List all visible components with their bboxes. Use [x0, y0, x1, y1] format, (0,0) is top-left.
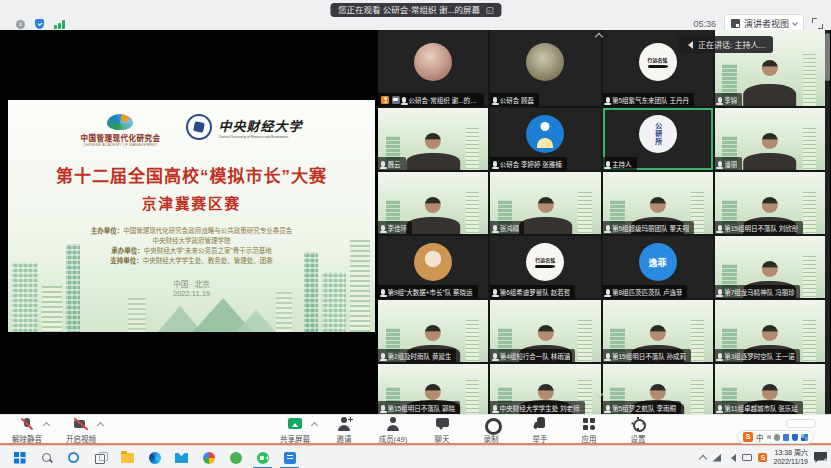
ime-punct-icon[interactable] — [767, 435, 771, 439]
banner-close-icon[interactable]: × — [486, 7, 493, 14]
avatar: 公研所 — [639, 115, 677, 153]
participant-tile[interactable]: 公研所 主持人 — [603, 108, 713, 170]
scroll-down-icon[interactable] — [594, 392, 606, 400]
toolbar-left-group: 解除静音 开启视频 — [10, 417, 98, 444]
toolbar-invite-button[interactable]: 邀请 — [327, 417, 361, 444]
meeting-app-icon[interactable] — [249, 446, 276, 468]
participant-name: 第3组逐梦时空队 王一诺 — [724, 351, 794, 361]
participant-tile[interactable]: 潘丽 — [715, 108, 825, 170]
participant-tile[interactable]: 第15组明日不落队 孙成莉 — [603, 300, 713, 362]
ime-toolbox-icon[interactable] — [801, 434, 808, 441]
participant-tile[interactable]: 公研会·常组织 谢...的屏幕 — [378, 30, 488, 106]
ime-shield-icon[interactable] — [792, 434, 798, 441]
grid-scrollbar[interactable] — [825, 30, 830, 414]
toolbar-share-button[interactable]: 共享屏幕 — [278, 417, 312, 444]
tray-expand-icon[interactable] — [699, 454, 707, 462]
mic-icon — [606, 405, 610, 411]
caret-up-icon[interactable] — [312, 421, 318, 427]
participant-tile[interactable]: 行远名铭 第6组希迪罗曼队 赵若哲 — [490, 236, 600, 298]
participant-tile[interactable]: 公研会 顾磊 — [490, 30, 600, 106]
grid-scrollbar-thumb[interactable] — [825, 33, 830, 81]
docs-app-icon[interactable] — [276, 446, 303, 468]
participant-tile[interactable]: 魏云 — [378, 108, 488, 170]
participant-tile[interactable]: 第3组逐梦时空队 王一诺 — [715, 300, 825, 362]
security-shield-icon[interactable] — [35, 19, 44, 29]
ime-keyboard-icon[interactable] — [783, 434, 789, 441]
participant-tile[interactable]: 第9组“大数据+市长”队 蔡晓运 — [378, 236, 488, 298]
taskbar-clock[interactable]: 13:38 周六 2022/11/19 — [773, 449, 808, 466]
network-icon[interactable] — [712, 454, 721, 462]
participant-tile[interactable]: 李佳环 — [378, 172, 488, 234]
caret-up-icon[interactable] — [98, 421, 104, 427]
mic-icon — [606, 353, 610, 359]
file-explorer-icon[interactable] — [114, 446, 141, 468]
notification-center-icon[interactable]: 1 — [814, 452, 827, 463]
participant-name-label: 第6组希迪罗曼队 赵若哲 — [490, 285, 575, 298]
caret-up-icon[interactable] — [44, 421, 50, 427]
participant-tile[interactable]: 第5组梦之航队 李雨桐 — [603, 364, 713, 414]
task-view-icon[interactable] — [87, 446, 114, 468]
participant-name-label: 李锦 — [715, 93, 743, 106]
mic-icon — [718, 289, 722, 295]
edge-browser-icon[interactable] — [141, 446, 168, 468]
cortana-icon[interactable] — [60, 446, 87, 468]
toolbar-video-button[interactable]: 开启视频 — [64, 417, 98, 444]
presentation-slide: 中国管理现代化研究会 CHINESE ACADEMY OF MANAGEMENT… — [8, 100, 375, 332]
participant-tile[interactable]: 第2组及时雨队 黄延生 — [378, 300, 488, 362]
mic-icon — [493, 225, 497, 231]
windows-start-icon[interactable] — [6, 446, 33, 468]
participant-name: 第8组匹茨匹茨队 卢逸菲 — [612, 287, 682, 297]
avatar — [526, 115, 564, 153]
sogou-logo-icon[interactable]: S — [743, 432, 753, 442]
participant-tile[interactable]: 第15组明日不落队 郭晓 — [378, 364, 488, 414]
toolbar-hand-button[interactable]: 举手 — [523, 417, 557, 444]
toolbar-members-button[interactable]: 成员(49) — [376, 417, 410, 444]
input-language-icon[interactable] — [742, 454, 752, 461]
sogou-tray-icon[interactable]: S — [758, 453, 767, 462]
participant-tile[interactable]: 第5组超级玛丽团队 董天翔 — [603, 172, 713, 234]
info-icon[interactable]: i — [16, 20, 25, 29]
hand-icon — [531, 417, 549, 432]
mic-icon — [493, 289, 497, 295]
toolbar-settings-button[interactable]: 设置 — [621, 417, 655, 444]
participant-name-label: 第15组明日不落队 孙成莉 — [603, 349, 692, 362]
organizer-line: 中央财经大学政府管理学院 — [8, 236, 375, 246]
network-signal-icon — [54, 20, 66, 29]
participant-tile[interactable]: 公研会 李婷婷 张雅楠 — [490, 108, 600, 170]
toolbar-record-button[interactable]: 录制 — [474, 417, 508, 444]
scroll-up-icon[interactable] — [594, 33, 606, 41]
participant-tile[interactable]: 第11组卓越城市队 张乐瑶 — [715, 364, 825, 414]
participant-name-label: 第7组龙马精神队 冯丽珍 — [715, 285, 800, 298]
sogou-input-bar[interactable]: S 中 — [737, 430, 814, 444]
participant-name-label: 第5组梦之航队 李雨桐 — [603, 401, 681, 414]
meeting-duration: 05:36 — [693, 19, 716, 29]
avatar — [414, 243, 452, 281]
active-speaker-label: 正在讲话: 主持人... — [698, 39, 765, 50]
participant-name-label: 潘丽 — [715, 157, 743, 170]
browser-icon[interactable] — [195, 446, 222, 468]
participant-tile[interactable]: 中央财经大学学生处 刘老师 — [490, 364, 600, 414]
volume-icon[interactable] — [727, 454, 736, 462]
taskbar-app-icons — [6, 446, 303, 468]
ime-mode-label[interactable]: 中 — [756, 432, 764, 443]
participant-tile[interactable]: 逸菲 第8组匹茨匹茨队 卢逸菲 — [603, 236, 713, 298]
green-app-icon[interactable] — [222, 446, 249, 468]
avatar-text: 公研所 — [653, 122, 663, 146]
unmute-icon — [18, 417, 36, 432]
search-icon[interactable] — [33, 446, 60, 468]
invite-icon — [335, 417, 353, 432]
toolbar-main-group: 共享屏幕 邀请 成员(49) 聊天 录制 举手 应用 设置 — [278, 417, 655, 444]
participant-tile[interactable]: 第4组知行合一队 林雨涵 — [490, 300, 600, 362]
participant-tile[interactable]: 第7组龙马精神队 冯丽珍 — [715, 236, 825, 298]
toolbar-chat-button[interactable]: 聊天 — [425, 417, 459, 444]
participant-tile[interactable]: 第15组明日不落队 刘欣彤 — [715, 172, 825, 234]
participant-tile[interactable]: 张鸿硕 — [490, 172, 600, 234]
mail-icon[interactable] — [168, 446, 195, 468]
participant-name-label: 第2组及时雨队 黄延生 — [378, 349, 456, 362]
fullscreen-icon[interactable] — [812, 18, 823, 29]
participant-grid: 公研会·常组织 谢...的屏幕 公研会 顾磊 行远名铭 第5组紫气东来团队 王丹… — [378, 30, 825, 414]
participant-name-label: 公研会 李婷婷 张雅楠 — [490, 157, 567, 170]
ime-mic-icon[interactable] — [774, 434, 780, 441]
toolbar-apps-button[interactable]: 应用 — [572, 417, 606, 444]
toolbar-unmute-button[interactable]: 解除静音 — [10, 417, 44, 444]
